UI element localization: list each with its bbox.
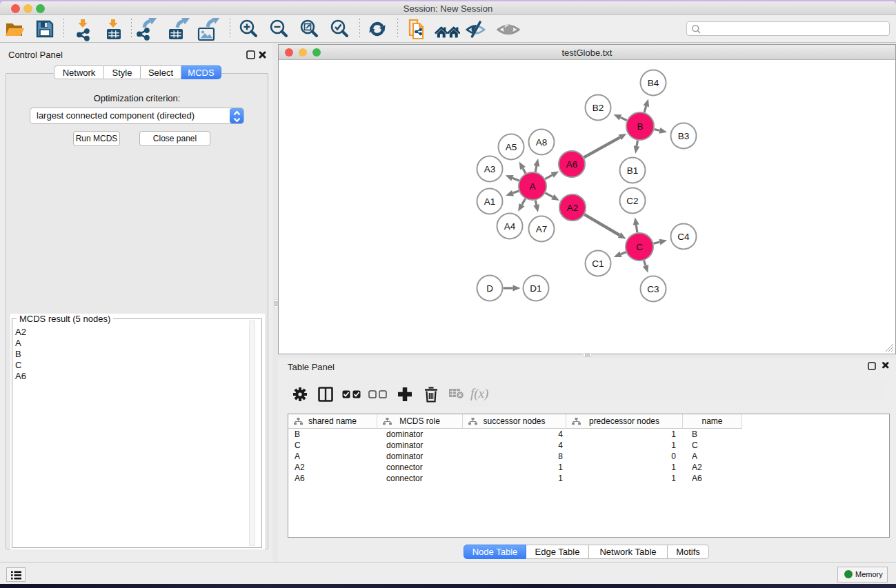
svg-text:A4: A4 xyxy=(504,221,516,232)
svg-text:D: D xyxy=(486,283,493,294)
svg-text:A1: A1 xyxy=(484,196,496,207)
svg-text:C3: C3 xyxy=(647,284,659,294)
svg-text:A8: A8 xyxy=(536,137,548,148)
svg-text:A7: A7 xyxy=(536,224,548,234)
svg-text:C1: C1 xyxy=(592,258,604,269)
svg-text:A6: A6 xyxy=(566,159,578,170)
svg-text:A5: A5 xyxy=(506,142,517,152)
svg-text:D1: D1 xyxy=(530,283,541,294)
svg-text:C2: C2 xyxy=(626,196,638,206)
svg-text:B1: B1 xyxy=(627,165,639,176)
svg-text:C: C xyxy=(636,242,643,252)
svg-text:A: A xyxy=(529,181,535,192)
svg-text:B4: B4 xyxy=(648,78,659,88)
svg-text:C4: C4 xyxy=(677,232,690,242)
svg-text:B3: B3 xyxy=(678,131,690,141)
svg-text:A3: A3 xyxy=(484,164,496,174)
svg-text:A2: A2 xyxy=(567,203,579,213)
svg-text:B2: B2 xyxy=(593,103,604,113)
svg-text:B: B xyxy=(637,121,643,132)
